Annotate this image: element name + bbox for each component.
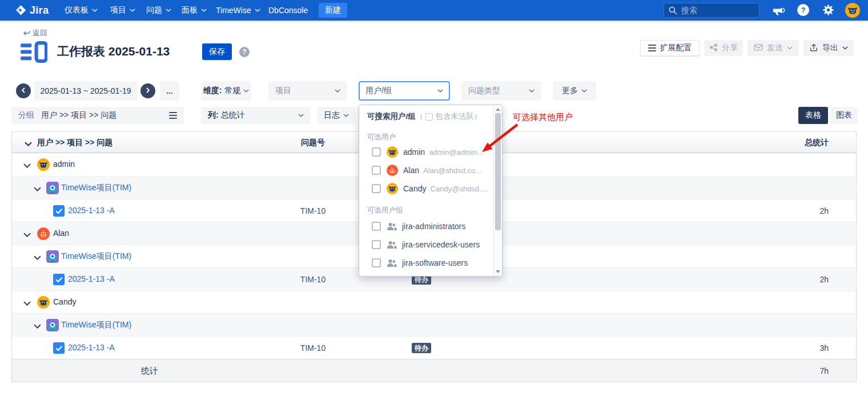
user-avatar xyxy=(37,158,50,173)
share-icon xyxy=(709,43,718,54)
group-checkbox[interactable] xyxy=(372,258,381,267)
issue-link[interactable]: 2025-1-13 -A xyxy=(68,274,115,283)
user-checkbox[interactable] xyxy=(372,184,381,193)
megaphone-icon xyxy=(772,4,785,18)
view-table-button[interactable]: 表格 xyxy=(798,107,828,124)
group-name: jira-servicedesk-users xyxy=(402,240,480,249)
project-avatar xyxy=(46,319,59,333)
hamburger-icon xyxy=(648,43,656,53)
group-people-icon xyxy=(387,222,397,231)
dropdown-group-item[interactable]: jira-software-users xyxy=(359,254,493,272)
date-range[interactable]: 2025-01-13 ~ 2025-01-19 xyxy=(34,81,137,101)
scroll-down-icon[interactable] xyxy=(496,270,500,273)
footer-total-value: 7h xyxy=(783,366,829,375)
user-name: admin xyxy=(53,159,75,169)
date-more-button[interactable]: ... xyxy=(160,81,179,101)
chevron-down-icon[interactable] xyxy=(34,322,41,331)
issue-number-column-header: 问题号 xyxy=(279,138,347,148)
issue-checkbox[interactable] xyxy=(53,342,65,354)
hamburger-icon xyxy=(169,110,177,121)
dropdown-group-item[interactable]: jira-servicedesk-users xyxy=(359,235,493,254)
footer-label: 统计 xyxy=(141,366,158,377)
issue-checkbox[interactable] xyxy=(53,205,65,217)
group-by-path: 用户 >> 项目 >> 问题 xyxy=(41,110,116,121)
nav-timewise[interactable]: TimeWise xyxy=(216,0,260,21)
view-chart-button[interactable]: 图表 xyxy=(830,107,858,124)
user-name: Alan xyxy=(403,166,419,175)
back-link[interactable]: 返回 xyxy=(22,28,47,38)
chevron-down-icon[interactable] xyxy=(23,230,31,239)
prev-week-button[interactable] xyxy=(16,83,31,98)
create-button[interactable]: 新建 xyxy=(319,3,347,18)
include-inactive-checkbox[interactable] xyxy=(425,113,433,121)
chevron-down-icon xyxy=(842,46,848,50)
issue-link[interactable]: 2025-1-13 -A xyxy=(68,343,115,352)
chevron-down-icon[interactable] xyxy=(23,299,31,308)
user-avatar[interactable] xyxy=(845,3,860,18)
user-avatar xyxy=(387,183,398,194)
send-button[interactable]: 发送 xyxy=(748,40,799,56)
help-button[interactable]: ? xyxy=(797,4,809,16)
chevron-down-icon[interactable] xyxy=(34,185,41,194)
chevron-down-icon[interactable] xyxy=(23,161,31,170)
question-circle-icon[interactable]: ? xyxy=(239,47,250,57)
group-checkbox[interactable] xyxy=(372,240,381,249)
expand-config-button[interactable]: 扩展配置 xyxy=(640,40,700,56)
issue-type-select[interactable]: 问题类型 xyxy=(461,81,541,101)
export-button[interactable]: 导出 xyxy=(803,40,854,56)
user-checkbox[interactable] xyxy=(372,147,381,157)
user-email: Candy@shdsd.... xyxy=(430,185,487,193)
issue-key: TIM-10 xyxy=(279,275,347,284)
project-link[interactable]: TimeWise项目(TIM) xyxy=(61,183,131,193)
group-people-icon xyxy=(387,240,397,249)
project-avatar xyxy=(46,250,59,265)
back-arrow-icon xyxy=(22,29,30,38)
user-group-select[interactable]: 用户/组 xyxy=(359,81,450,101)
columns-select[interactable]: 列: 总统计 xyxy=(201,107,311,124)
chevron-down-icon xyxy=(255,9,260,12)
search-input[interactable] xyxy=(664,3,760,18)
table-row-user: Candy xyxy=(12,290,856,313)
group-checkbox[interactable] xyxy=(372,222,381,231)
collapse-all-chevron-icon[interactable] xyxy=(25,139,32,149)
nav-dbconsole[interactable]: DbConsole xyxy=(268,0,308,21)
jira-logo[interactable]: Jira xyxy=(15,0,49,21)
dropdown-user-item[interactable]: Alan Alan@shdsd.co... xyxy=(359,161,493,179)
chevron-down-icon[interactable] xyxy=(34,253,41,262)
user-avatar xyxy=(387,165,398,176)
chevron-down-icon xyxy=(335,89,340,93)
announcements-button[interactable] xyxy=(772,4,785,18)
page-title: 工作报表 2025-01-13 xyxy=(57,43,170,59)
project-link[interactable]: TimeWise项目(TIM) xyxy=(61,320,131,330)
settings-button[interactable] xyxy=(822,4,834,18)
save-button[interactable]: 保存 xyxy=(202,43,232,60)
chevron-down-icon xyxy=(298,114,304,117)
group-by-bar[interactable]: 分组 用户 >> 项目 >> 问题 xyxy=(11,107,184,124)
annotation-arrow xyxy=(473,110,536,161)
nav-boards[interactable]: 面板 xyxy=(182,0,207,21)
project-link[interactable]: TimeWise项目(TIM) xyxy=(61,251,131,262)
dropdown-group-item[interactable]: jira-administrators xyxy=(359,217,493,235)
project-select[interactable]: 项目 xyxy=(268,81,347,101)
nav-issues[interactable]: 问题 xyxy=(146,0,171,21)
mail-icon xyxy=(754,43,763,53)
table-footer-row: 统计 7h xyxy=(12,359,856,382)
nav-dashboards[interactable]: 仪表板 xyxy=(65,0,98,21)
nav-projects[interactable]: 项目 xyxy=(110,0,135,21)
chevron-down-icon xyxy=(201,9,207,12)
dimension-select[interactable]: 维度: 常规 xyxy=(201,81,251,101)
dropdown-user-item[interactable]: Candy Candy@shdsd.... xyxy=(359,179,493,198)
share-button[interactable]: 分享 xyxy=(704,40,743,56)
issue-link[interactable]: 2025-1-13 -A xyxy=(68,206,115,215)
chevron-down-icon xyxy=(343,114,349,117)
users-section-label: 可选用户 xyxy=(367,133,396,142)
next-week-button[interactable] xyxy=(140,83,155,98)
user-name: admin xyxy=(403,147,425,157)
chevron-down-icon xyxy=(581,89,587,93)
user-avatar xyxy=(37,227,50,242)
more-filters-button[interactable]: 更多 xyxy=(553,81,596,101)
user-checkbox[interactable] xyxy=(372,166,381,175)
chevron-down-icon xyxy=(529,89,535,93)
log-select[interactable]: 日志 xyxy=(318,107,355,124)
issue-checkbox[interactable] xyxy=(53,274,65,285)
